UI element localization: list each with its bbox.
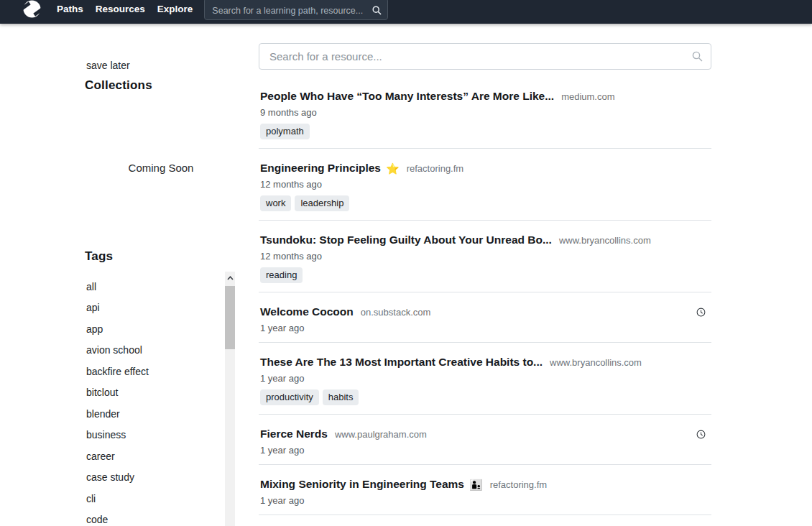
tag-list-item: code (86, 509, 237, 526)
resource-item: Engineering Principles ⭐ refactoring.fm … (259, 149, 711, 221)
resource-time: 1 year ago (260, 445, 711, 456)
tag-list-item: avion school (86, 340, 237, 361)
resource-tag-pill[interactable]: productivity (260, 389, 319, 405)
sidebar-tag[interactable]: business (86, 429, 126, 440)
resource-tag-pill[interactable]: work (260, 195, 291, 211)
resource-list: People Who Have “Too Many Interests” Are… (259, 81, 711, 515)
resource-title-row: Mixing Seniority in Engineering Teams 👨‍… (260, 478, 711, 491)
resource-title[interactable]: Engineering Principles (260, 162, 381, 175)
resource-tags: polymath (260, 124, 711, 139)
sidebar-tag[interactable]: blender (86, 408, 120, 420)
resource-domain: refactoring.fm (407, 163, 463, 174)
tags-section: all api app avion school backfire effect… (0, 272, 237, 526)
main-content: People Who Have “Too Many Interests” Are… (259, 24, 711, 526)
page: Paths Resources Explore save later Colle… (0, 0, 812, 526)
sidebar-tag[interactable]: case study (86, 471, 134, 483)
tag-list-item: bitclout (86, 382, 237, 404)
search-icon[interactable] (372, 5, 382, 18)
scroll-up-arrow-icon[interactable] (225, 272, 235, 284)
sidebar-tag[interactable]: bitclout (86, 387, 118, 398)
tag-list-item: blender (86, 403, 237, 425)
sidebar: save later Collections Coming Soon Tags … (0, 24, 237, 526)
resource-title[interactable]: Welcome Cocoon (260, 305, 354, 318)
resource-item: Tsundoku: Stop Feeling Guilty About Your… (259, 221, 711, 292)
resource-domain: medium.com (561, 91, 614, 102)
tag-list-item: backfire effect (86, 361, 237, 382)
resource-title-row: Fierce Nerds www.paulgraham.com (260, 428, 711, 440)
resource-time: 12 months ago (260, 251, 711, 262)
resource-title[interactable]: Mixing Seniority in Engineering Teams (260, 478, 464, 491)
sidebar-tag[interactable]: avion school (86, 344, 142, 356)
resource-domain: www.paulgraham.com (335, 429, 427, 440)
resource-search-input[interactable] (259, 43, 711, 70)
sidebar-tag[interactable]: api (86, 302, 100, 313)
resource-time: 1 year ago (260, 323, 711, 333)
resource-time: 1 year ago (260, 495, 711, 506)
resource-item: Fierce Nerds www.paulgraham.com 1 year a… (259, 415, 711, 465)
resource-item: These Are The 13 Most Important Creative… (259, 343, 711, 415)
resource-tags: workleadership (260, 195, 711, 211)
tag-list-item: api (86, 297, 237, 319)
coming-soon-label: Coming Soon (85, 162, 237, 174)
resource-time: 9 months ago (260, 107, 711, 118)
resource-time: 12 months ago (260, 179, 711, 190)
resource-search (259, 43, 711, 70)
resource-title[interactable]: People Who Have “Too Many Interests” Are… (260, 90, 554, 103)
resource-tags: reading (260, 267, 711, 283)
sidebar-tag[interactable]: app (86, 323, 103, 335)
tags-heading: Tags (85, 249, 113, 264)
resource-title-row: Engineering Principles ⭐ refactoring.fm (260, 162, 711, 175)
nav-link[interactable]: Resources (96, 3, 145, 15)
sidebar-tag[interactable]: career (86, 451, 115, 462)
resource-tag-pill[interactable]: habits (323, 389, 359, 405)
resource-emoji-icon: 👨‍👦 (469, 479, 483, 490)
tag-list-item: app (86, 318, 237, 340)
resource-item: Mixing Seniority in Engineering Teams 👨‍… (259, 465, 711, 515)
tags-scrollbar[interactable] (225, 272, 235, 526)
resource-time: 1 year ago (260, 373, 711, 384)
sidebar-item-save-later[interactable]: save later (86, 60, 130, 71)
clock-icon[interactable] (696, 430, 706, 439)
tag-list-item: case study (86, 467, 237, 489)
tag-list-item: cli (86, 488, 237, 509)
navbar-search-input[interactable] (204, 0, 388, 20)
sidebar-tag[interactable]: cli (86, 493, 96, 504)
resource-title[interactable]: These Are The 13 Most Important Creative… (260, 356, 543, 369)
nav-link[interactable]: Explore (157, 3, 193, 15)
sidebar-tag[interactable]: backfire effect (86, 366, 149, 377)
resource-title[interactable]: Tsundoku: Stop Feeling Guilty About Your… (260, 234, 552, 246)
resource-emoji-icon: ⭐ (386, 163, 400, 174)
resource-tags: productivityhabits (260, 389, 711, 405)
resource-title-row: People Who Have “Too Many Interests” Are… (260, 90, 711, 103)
resource-domain: www.bryancollins.com (550, 357, 642, 368)
tag-list-item: all (86, 276, 237, 297)
resource-domain: refactoring.fm (490, 479, 547, 490)
resource-title-row: Tsundoku: Stop Feeling Guilty About Your… (260, 234, 711, 246)
clock-icon[interactable] (696, 308, 706, 317)
scrollbar-thumb[interactable] (225, 286, 235, 349)
sidebar-tag[interactable]: code (86, 514, 108, 525)
tag-list-item: business (86, 425, 237, 446)
top-navbar: Paths Resources Explore (0, 0, 812, 24)
resource-item: Welcome Cocoon on.substack.com 1 year ag… (259, 292, 711, 343)
resource-tag-pill[interactable]: reading (260, 267, 303, 283)
search-icon[interactable] (692, 51, 703, 65)
resource-title-row: These Are The 13 Most Important Creative… (260, 356, 711, 369)
resource-tag-pill[interactable]: leadership (295, 195, 349, 211)
resource-tag-pill[interactable]: polymath (260, 124, 310, 139)
sidebar-tag[interactable]: all (86, 281, 96, 292)
app-logo-icon[interactable] (23, 0, 41, 18)
primary-nav: Paths Resources Explore (57, 3, 193, 15)
nav-link[interactable]: Paths (57, 3, 83, 15)
resource-domain: www.bryancollins.com (559, 235, 651, 246)
tag-list: all api app avion school backfire effect… (0, 272, 237, 526)
collections-heading: Collections (85, 78, 152, 93)
resource-title-row: Welcome Cocoon on.substack.com (260, 305, 711, 318)
navbar-search (204, 0, 388, 20)
resource-domain: on.substack.com (361, 307, 431, 318)
tag-list-item: career (86, 446, 237, 467)
resource-title[interactable]: Fierce Nerds (260, 428, 328, 440)
resource-item: People Who Have “Too Many Interests” Are… (259, 81, 711, 149)
